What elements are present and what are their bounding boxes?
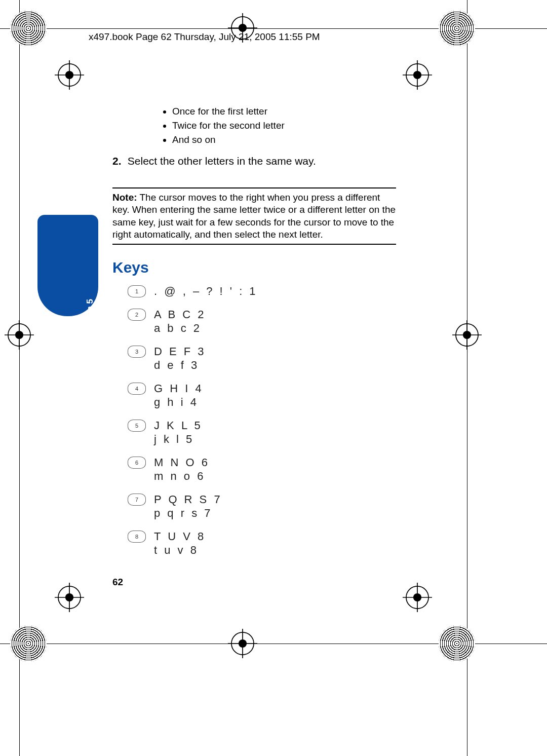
registration-mark-icon — [55, 60, 84, 90]
step-number: 2. — [112, 155, 125, 167]
bullet-item: Twice for the second letter — [172, 120, 396, 131]
section-heading: Keys — [112, 259, 396, 276]
key-row: 4 G H I 4 g h i 4 — [128, 382, 396, 409]
phone-key-icon: 3 — [128, 346, 146, 358]
phone-key-icon: 7 — [128, 494, 146, 506]
spiral-icon — [439, 10, 475, 47]
key-row: 8 T U V 8 t u v 8 — [128, 530, 396, 557]
phone-key-icon: 8 — [128, 531, 146, 543]
spiral-icon — [439, 625, 475, 662]
key-chars: G H I 4 g h i 4 — [154, 382, 204, 409]
step-text: Select the other letters in the same way… — [128, 155, 316, 167]
page-meta: x497.book Page 62 Thursday, July 21, 200… — [89, 31, 320, 43]
key-row: 5 J K L 5 j k l 5 — [128, 419, 396, 446]
key-row: 3 D E F 3 d e f 3 — [128, 345, 396, 372]
key-chars: J K L 5 j k l 5 — [154, 419, 203, 446]
note-block: Note: The cursor moves to the right when… — [112, 187, 396, 245]
key-row: 2 A B C 2 a b c 2 — [128, 308, 396, 335]
key-row: 7 P Q R S 7 p q r s 7 — [128, 493, 396, 520]
phone-key-icon: 6 — [128, 457, 146, 469]
divider — [112, 187, 396, 188]
key-chars: A B C 2 a b c 2 — [154, 308, 206, 335]
spiral-icon — [10, 10, 47, 47]
registration-mark-icon — [228, 629, 257, 658]
registration-mark-icon — [452, 320, 482, 350]
key-chars: T U V 8 t u v 8 — [154, 530, 206, 557]
phone-key-icon: 2 — [128, 309, 146, 321]
key-chars: M N O 6 m n o 6 — [154, 456, 210, 483]
phone-key-icon: 1 — [128, 285, 146, 297]
key-row: 1 . @ , – ? ! ' : 1 — [128, 284, 396, 298]
registration-mark-icon — [55, 583, 84, 612]
registration-mark-icon — [5, 320, 34, 350]
page-number: 62 — [112, 577, 123, 588]
spiral-icon — [10, 625, 47, 662]
divider — [112, 244, 396, 245]
phone-key-icon: 4 — [128, 383, 146, 395]
key-table: 1 . @ , – ? ! ' : 1 2 A B C 2 a b c 2 3 … — [128, 284, 396, 557]
key-chars: P Q R S 7 p q r s 7 — [154, 493, 222, 520]
numbered-step: 2. Select the other letters in the same … — [112, 155, 396, 167]
note-body: The cursor moves to the right when you p… — [112, 192, 396, 240]
registration-mark-icon — [403, 583, 432, 612]
key-row: 6 M N O 6 m n o 6 — [128, 456, 396, 483]
section-tab: Section 5 — [37, 215, 98, 316]
registration-mark-icon — [403, 60, 432, 90]
key-chars: . @ , – ? ! ' : 1 — [154, 284, 258, 298]
bullet-list: Once for the first letter Twice for the … — [152, 106, 396, 145]
bullet-item: Once for the first letter — [172, 106, 396, 117]
page-content: Once for the first letter Twice for the … — [112, 96, 396, 566]
phone-key-icon: 5 — [128, 420, 146, 432]
key-chars: D E F 3 d e f 3 — [154, 345, 206, 372]
bullet-item: And so on — [172, 134, 396, 145]
section-tab-label: Section 5 — [85, 299, 95, 337]
note-label: Note: — [112, 192, 137, 203]
